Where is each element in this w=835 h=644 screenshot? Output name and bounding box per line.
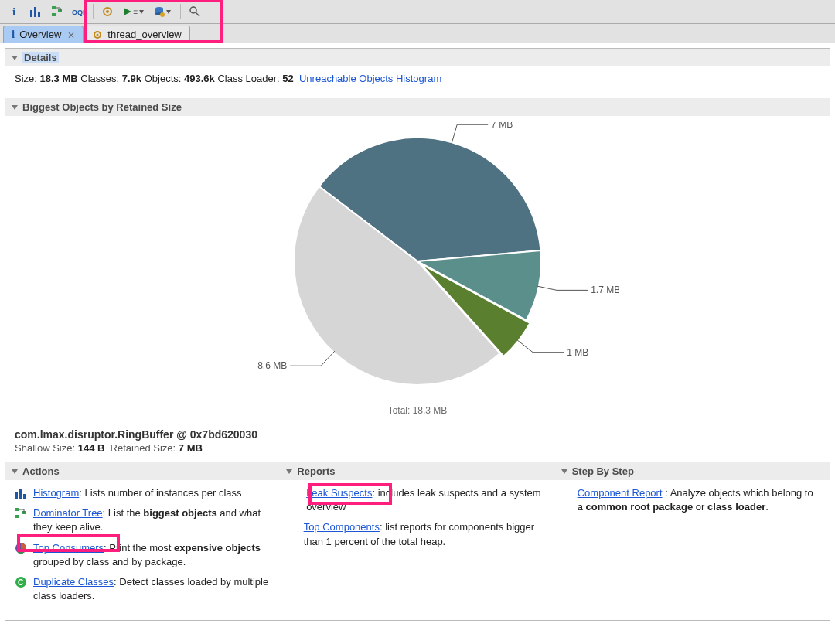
info-icon: i	[12, 28, 15, 41]
duplicate-icon: C	[15, 576, 27, 588]
details-stats: Size: 18.3 MB Classes: 7.9k Objects: 493…	[15, 73, 820, 84]
svg-rect-4	[52, 13, 56, 16]
svg-rect-3	[52, 6, 56, 9]
details-section: Details Size: 18.3 MB Classes: 7.9k Obje…	[5, 49, 830, 95]
separator	[93, 4, 94, 19]
chevron-down-icon	[286, 469, 292, 474]
tree-icon	[15, 507, 27, 520]
tab-label: thread_overview	[107, 29, 181, 40]
chevron-down-icon	[12, 105, 18, 110]
run-dropdown[interactable]: ≡	[120, 2, 146, 21]
db-dropdown[interactable]	[149, 2, 176, 21]
svg-line-15	[196, 12, 199, 16]
step-component-report: Component Report : Analyze objects which…	[564, 486, 820, 514]
svg-point-8	[106, 10, 109, 13]
section-title: Details	[22, 52, 59, 63]
object-sizes: Shallow Size: 144 B Retained Size: 7 MB	[15, 442, 820, 454]
svg-point-13	[160, 12, 165, 17]
chevron-down-icon	[12, 56, 18, 60]
gear-icon	[92, 29, 103, 40]
svg-text:7 MB: 7 MB	[491, 122, 513, 130]
pane-title: Reports	[297, 465, 335, 477]
main-panel: Details Size: 18.3 MB Classes: 7.9k Obje…	[5, 48, 830, 621]
histogram-icon[interactable]	[26, 2, 45, 21]
step-header[interactable]: Step By Step	[555, 462, 830, 480]
top-consumers-link[interactable]: Top Consumers	[33, 542, 104, 554]
svg-rect-26	[15, 515, 19, 518]
gear-icon[interactable]	[98, 2, 117, 21]
action-histogram: Histogram: Lists number of instances per…	[15, 486, 271, 500]
svg-text:1.7 MB: 1.7 MB	[591, 285, 619, 295]
biggest-section: Biggest Objects by Retained Size 7 MB8.6…	[5, 98, 830, 454]
svg-rect-23	[19, 489, 22, 499]
actions-header[interactable]: Actions	[5, 462, 280, 480]
report-top-components: Top Components: list reports for compone…	[289, 520, 545, 548]
tab-label: Overview	[19, 29, 61, 40]
svg-text:8.6 MB: 8.6 MB	[257, 360, 287, 371]
search-icon[interactable]	[186, 2, 204, 21]
pane-title: Step By Step	[572, 465, 634, 477]
biggest-header[interactable]: Biggest Objects by Retained Size	[5, 98, 830, 116]
chevron-down-icon	[561, 469, 567, 474]
bottom-columns: Actions Histogram: Lists number of insta…	[5, 462, 830, 620]
svg-rect-1	[34, 7, 36, 17]
object-name: com.lmax.disruptor.RingBuffer @ 0x7bd620…	[15, 428, 820, 441]
svg-rect-25	[15, 508, 19, 511]
unreachable-histogram-link[interactable]: Unreachable Objects Histogram	[299, 73, 441, 84]
svg-rect-24	[23, 494, 26, 499]
svg-text:1 MB: 1 MB	[567, 347, 588, 358]
leak-suspects-link[interactable]: Leak Suspects	[306, 487, 372, 499]
histogram-icon	[15, 487, 27, 499]
tab-thread-overview[interactable]: thread_overview	[84, 26, 189, 43]
svg-marker-9	[124, 8, 131, 15]
action-duplicate-classes: C Duplicate Classes: Detect classes load…	[15, 575, 271, 603]
tabbar: i Overview ⨯ thread_overview	[0, 24, 835, 43]
svg-point-17	[97, 33, 99, 36]
info-icon[interactable]: i	[5, 2, 23, 21]
histogram-link[interactable]: Histogram	[33, 487, 79, 499]
reports-pane: Reports Leak Suspects: includes leak sus…	[280, 462, 554, 620]
chart-total: Total: 18.3 MB	[388, 405, 448, 416]
pie-icon	[15, 542, 27, 554]
details-header[interactable]: Details	[5, 49, 830, 66]
duplicate-classes-link[interactable]: Duplicate Classes	[33, 576, 114, 588]
svg-rect-22	[15, 492, 18, 499]
section-title: Biggest Objects by Retained Size	[22, 101, 182, 113]
svg-text:C: C	[18, 578, 23, 587]
chevron-down-icon	[12, 469, 18, 474]
toolbar: i OQL ≡	[0, 0, 835, 24]
svg-text:OQL: OQL	[72, 9, 86, 16]
top-components-link[interactable]: Top Components	[304, 521, 380, 533]
separator	[180, 4, 181, 19]
svg-point-14	[190, 7, 196, 13]
dominator-tree-link[interactable]: Dominator Tree	[33, 507, 103, 519]
svg-rect-0	[30, 10, 32, 17]
action-top-consumers: Top Consumers: Print the most expensive …	[15, 541, 271, 569]
report-leak-suspects: Leak Suspects: includes leak suspects an…	[289, 486, 545, 514]
reports-header[interactable]: Reports	[280, 462, 554, 480]
close-icon[interactable]: ⨯	[67, 29, 75, 40]
pane-title: Actions	[22, 465, 60, 477]
pie-chart: 7 MB8.6 MB1 MB1.7 MB Total: 18.3 MB	[15, 122, 820, 416]
step-pane: Step By Step Component Report : Analyze …	[555, 462, 830, 620]
actions-pane: Actions Histogram: Lists number of insta…	[5, 462, 280, 620]
component-report-link[interactable]: Component Report	[578, 487, 663, 499]
action-dominator-tree: Dominator Tree: List the biggest objects…	[15, 506, 271, 534]
tab-overview[interactable]: i Overview ⨯	[3, 26, 84, 43]
svg-rect-2	[38, 12, 40, 17]
tree-icon[interactable]	[48, 2, 66, 21]
oql-icon[interactable]: OQL	[70, 2, 88, 21]
